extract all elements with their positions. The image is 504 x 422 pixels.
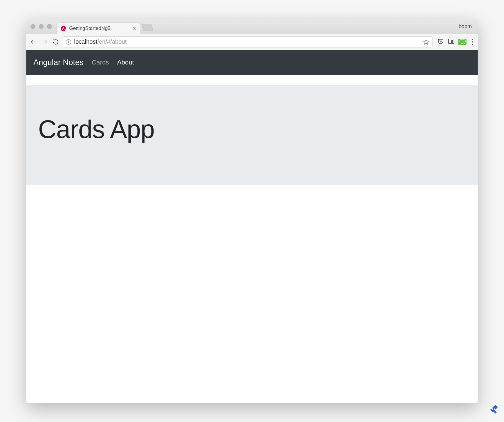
- page-viewport: Angular Notes Cards About Cards App: [26, 50, 478, 403]
- site-info-icon[interactable]: i: [66, 39, 71, 45]
- tab-title: GettingStartedNg5: [69, 25, 130, 31]
- app-navbar: Angular Notes Cards About: [26, 50, 478, 75]
- svg-rect-8: [452, 40, 453, 42]
- tab-close-icon[interactable]: [133, 26, 136, 31]
- page-spacer: [26, 75, 478, 85]
- window-minimize-button[interactable]: [39, 24, 44, 29]
- window-close-button[interactable]: [30, 24, 35, 29]
- url-text: localhost/en/#/about: [74, 38, 127, 45]
- angular-icon: [60, 25, 66, 31]
- toolbar-extensions: beta: [435, 38, 475, 46]
- navbar-brand[interactable]: Angular Notes: [33, 58, 84, 67]
- browser-tab[interactable]: GettingStartedNg5: [57, 23, 140, 34]
- bookmark-star-icon[interactable]: [423, 39, 429, 45]
- jumbotron: Cards App: [26, 85, 478, 185]
- window-controls: [30, 24, 52, 29]
- beta-extension-icon[interactable]: beta: [458, 39, 466, 45]
- toolbar: i localhost/en/#/about: [26, 34, 478, 50]
- reload-button[interactable]: [52, 38, 60, 46]
- new-tab-button[interactable]: [141, 24, 154, 31]
- browser-window: GettingStartedNg5 bopm: [26, 19, 478, 403]
- svg-marker-6: [423, 39, 428, 44]
- svg-text:™: ™: [500, 404, 501, 406]
- window-maximize-button[interactable]: [47, 24, 52, 29]
- forward-button[interactable]: [40, 38, 49, 46]
- browser-menu-button[interactable]: [470, 39, 475, 45]
- back-button[interactable]: [29, 38, 38, 46]
- profile-button[interactable]: bopm: [459, 23, 474, 30]
- url-path: /en/#/about: [97, 38, 127, 45]
- toptal-watermark-icon: ™: [488, 403, 501, 417]
- reader-extension-icon[interactable]: [448, 38, 455, 46]
- titlebar: GettingStartedNg5 bopm: [26, 19, 478, 34]
- navbar-link-cards[interactable]: Cards: [92, 59, 109, 66]
- address-bar[interactable]: i localhost/en/#/about: [63, 36, 433, 47]
- page-heading: Cards App: [38, 115, 466, 144]
- navbar-link-about[interactable]: About: [117, 59, 134, 66]
- url-host: localhost: [74, 38, 97, 45]
- pocket-icon[interactable]: [437, 38, 444, 46]
